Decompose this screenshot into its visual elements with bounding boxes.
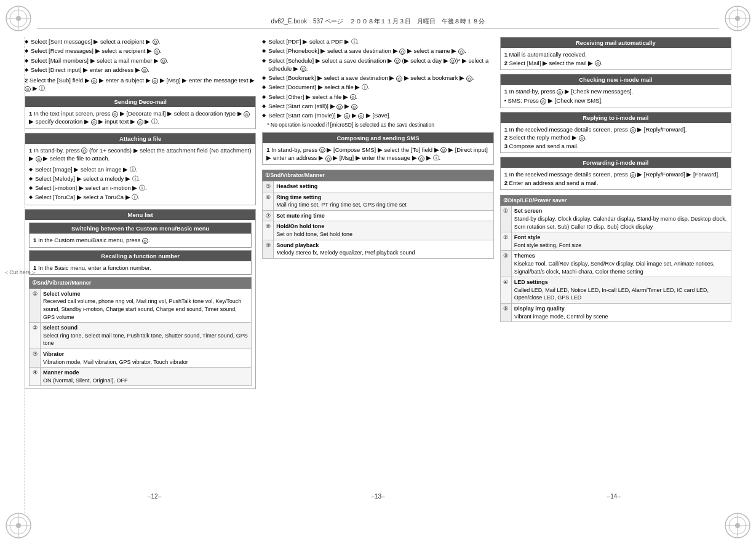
corner-decoration-br (724, 512, 751, 539)
recalling-section: Recalling a function number 1 In the Bas… (29, 250, 252, 275)
sms-content: 1 In stand-by, press ⊙ ▶ [Compose SMS] ▶… (263, 143, 493, 165)
list-item: Select [i-motion] ▶ select an i-motion ▶… (29, 183, 252, 192)
table-cell: Headset setting (274, 181, 493, 192)
table-row: ② Select soundSelect ring tone, Select m… (30, 323, 252, 349)
header-bar: dv62_E.book 537 ページ ２００８年１１月３日 月曜日 午後８時１… (37, 17, 719, 29)
replying-content: 1 In the received message details screen… (501, 123, 731, 152)
switching-section: Switching between the Custom menu/Basic … (29, 223, 252, 248)
table-num: ① (500, 206, 511, 232)
page-num-col3: –14– (607, 492, 621, 501)
table-cell: Set screenStand-by display, Clock displa… (511, 206, 731, 232)
table-row: ⑤ Display img qualityVibrant image mode,… (500, 303, 731, 321)
svg-point-23 (735, 523, 740, 528)
table-row: ⑧ Hold/On hold toneSet on hold tone, Set… (263, 221, 493, 240)
attach-file-section: Attaching a file 1 In stand-by, press ⊙ … (25, 133, 256, 205)
page: dv62_E.book 537 ページ ２００８年１１月３日 月曜日 午後８時１… (0, 0, 756, 544)
list-item: Select [Direct input] ▶ enter an address… (25, 65, 256, 74)
table-num: ⑧ (263, 221, 274, 240)
table-cell: Set mute ring time (274, 210, 493, 221)
page-num-col1: –12– (148, 492, 161, 501)
table-row: ① Select volumeReceived call volume, pho… (30, 288, 252, 322)
snd-table-col2-header: ①Snd/Vibrator/Manner (263, 170, 493, 181)
table-row: ② Font styleFont style setting, Font siz… (500, 232, 731, 251)
svg-point-9 (735, 16, 740, 21)
corner-decoration-bl (5, 512, 32, 539)
table-row: ⑤ Headset setting (263, 181, 493, 192)
table-num: ⑦ (263, 210, 274, 221)
col2: Select [PDF] ▶ select a PDF ▶ ⓘ. Select … (262, 37, 493, 513)
menu-list-title: Menu list (25, 210, 255, 220)
list-item: Select [PDF] ▶ select a PDF ▶ ⓘ. (262, 37, 493, 46)
disp-table: ②Disp/LED/Power saver ① Set screenStand-… (500, 195, 731, 322)
list-item: Select [Schedule] ▶ select a save destin… (262, 56, 493, 74)
deco-mail-title: Sending Deco-mail (25, 97, 255, 107)
col2-note: * No operation is needed if [microSD] is… (262, 122, 493, 129)
svg-point-16 (16, 523, 21, 528)
receiving-mail-content: 1 Mail is automatically received. 2 Sele… (501, 48, 731, 69)
table-cell: LED settingsCalled LED, Mail LED, Notice… (511, 277, 731, 304)
sms-title: Composing and sending SMS (263, 133, 493, 143)
switching-title: Switching between the Custom menu/Basic … (30, 223, 251, 234)
table-row: ① Set screenStand-by display, Clock disp… (500, 206, 731, 232)
table-row: ④ Manner modeON (Normal, Silent, Origina… (30, 368, 252, 386)
table-cell: VibratorVibration mode, Mail vibration, … (41, 349, 252, 367)
table-num: ⑥ (263, 192, 274, 210)
list-item: Select [Image] ▶ select an image ▶ ⓘ. (29, 165, 252, 174)
table-cell: Sound playbackMelody stereo fx, Melody e… (274, 240, 493, 258)
sms-section: Composing and sending SMS 1 In stand-by,… (262, 132, 493, 165)
table-num: ③ (500, 251, 511, 277)
list-item: Select [Phonebook] ▶ select a save desti… (262, 46, 493, 55)
list-item: Select [Bookmark] ▶ select a save destin… (262, 73, 493, 82)
snd-table-col2: ①Snd/Vibrator/Manner ⑤ Headset setting ⑥… (262, 170, 493, 258)
col1: Select [Sent messages] ▶ select a recipi… (25, 37, 256, 513)
recalling-title: Recalling a function number (30, 251, 251, 261)
receiving-mail-title: Receiving mail automatically (501, 37, 731, 48)
table-cell: Select volumeReceived call volume, phone… (41, 288, 252, 322)
attach-file-bullets: Select [Image] ▶ select an image ▶ ⓘ. Se… (29, 165, 252, 202)
table-cell: Display img qualityVibrant image mode, C… (511, 303, 731, 321)
table-num: ② (30, 323, 41, 349)
table-num: ③ (30, 349, 41, 367)
table-cell: Font styleFont style setting, Font size (511, 232, 731, 251)
corner-decoration-tl (5, 5, 32, 32)
list-item: Select [ToruCa] ▶ select a ToruCa ▶ ⓘ. (29, 192, 252, 202)
replying-title: Replying to i-mode mail (501, 112, 731, 123)
list-item: Select [Melody] ▶ select a melody ▶ ⓘ. (29, 174, 252, 183)
table-num: ⑤ (500, 303, 511, 321)
table-num: ⑤ (263, 181, 274, 192)
list-item: Select [Start cam (movie)] ▶ ⊙ ▶ ⊙ ▶ [Sa… (262, 111, 493, 120)
table-row: ⑥ Ring time settingMail ring time set, P… (263, 192, 493, 210)
deco-mail-section: Sending Deco-mail 1 In the text input sc… (25, 96, 256, 129)
attach-file-content: 1 In stand-by, press ⊙ (for 1+ seconds) … (25, 144, 255, 205)
list-item: Select [Document] ▶ select a file ▶ ⓘ. (262, 82, 493, 92)
receiving-mail-section: Receiving mail automatically 1 Mail is a… (500, 37, 731, 70)
checking-mail-content: 1 In stand-by, press ⊙ ▶ [Check new mess… (501, 85, 731, 108)
corner-decoration-tr (724, 5, 751, 32)
deco-mail-content: 1 In the text input screen, press ⊙ ▶ [D… (25, 107, 255, 128)
table-cell: Manner modeON (Normal, Silent, Original)… (41, 368, 252, 386)
list-item: Select [Other] ▶ select a file ▶ ⊙. (262, 92, 493, 101)
table-row: ⑦ Set mute ring time (263, 210, 493, 221)
list-item: Select [Sent messages] ▶ select a recipi… (25, 37, 256, 46)
table-row: ③ VibratorVibration mode, Mail vibration… (30, 349, 252, 367)
replying-section: Replying to i-mode mail 1 In the receive… (500, 112, 731, 153)
snd-table-col1: ①Snd/Vibrator/Manner ① Select volumeRece… (29, 277, 252, 386)
table-num: ① (30, 288, 41, 322)
header-text: dv62_E.book 537 ページ ２００８年１１月３日 月曜日 午後８時１… (271, 18, 485, 25)
forwarding-section: Forwarding i-mode mail 1 In the received… (500, 157, 731, 190)
col3: Receiving mail automatically 1 Mail is a… (500, 37, 731, 513)
forwarding-content: 1 In the received message details screen… (501, 168, 731, 189)
snd-table-col1-header: ①Snd/Vibrator/Manner (30, 278, 252, 289)
table-num: ④ (30, 368, 41, 386)
attach-file-title: Attaching a file (25, 133, 255, 144)
list-item: Select [Mail members] ▶ select a mail me… (25, 56, 256, 65)
disp-table-header: ②Disp/LED/Power saver (500, 195, 731, 206)
table-num: ④ (500, 277, 511, 304)
table-cell: Ring time settingMail ring time set, PT … (274, 192, 493, 210)
col1-step2: 2 Select the [Sub] field ▶ ⊙ ▶ enter a s… (25, 76, 256, 93)
table-num: ⑨ (263, 240, 274, 258)
table-cell: Select soundSelect ring tone, Select mai… (41, 323, 252, 349)
menu-list-content: Switching between the Custom menu/Basic … (25, 220, 255, 388)
table-cell: Hold/On hold toneSet on hold tone, Set h… (274, 221, 493, 240)
col1-top-bullets: Select [Sent messages] ▶ select a recipi… (25, 37, 256, 74)
